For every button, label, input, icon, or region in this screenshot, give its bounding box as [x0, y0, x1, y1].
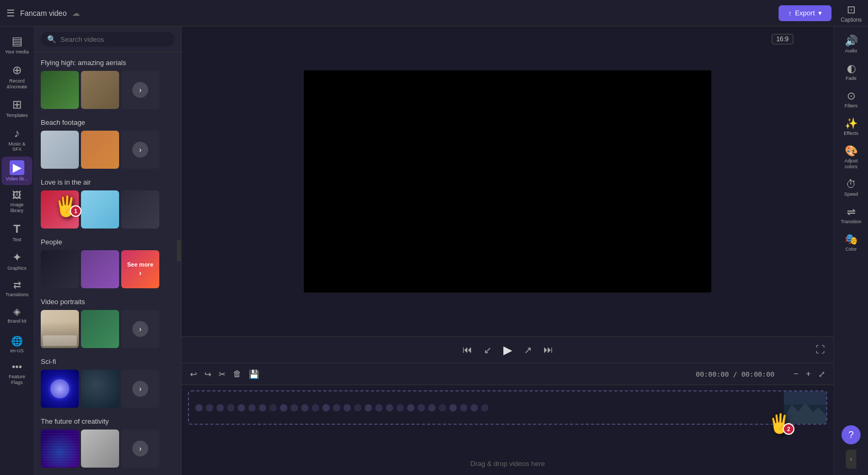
sidebar-item-brand-kit[interactable]: ◈ Brand kit — [2, 302, 32, 327]
see-more-arrow-icon: › — [139, 269, 142, 277]
image-lib-icon: 🖼 — [12, 190, 22, 201]
redo-button[interactable]: ↪ — [202, 367, 213, 381]
timeline-time: 00:00:00 / 00:00:00 — [696, 370, 775, 378]
timeline-clip-thumbnail[interactable] — [784, 391, 826, 424]
thumb-portrait1[interactable] — [41, 310, 79, 348]
thumb-future1[interactable] — [41, 430, 79, 468]
locale-icon: 🌐 — [11, 335, 23, 347]
frame-back-button[interactable]: ↙ — [484, 344, 492, 356]
music-icon: ♪ — [14, 126, 20, 140]
sidebar-item-templates[interactable]: ⊞ Templates — [2, 94, 32, 122]
left-sidebar: ▤ Your media ⊕ Record &\ncreate ⊞ Templa… — [0, 26, 34, 475]
rs-item-audio[interactable]: 🔊 Audio — [836, 31, 866, 57]
rs-item-transition[interactable]: ⇌ Transition — [836, 202, 866, 228]
record-create-icon: ⊕ — [12, 63, 22, 77]
panel-collapse-button[interactable]: ‹ — [177, 240, 182, 261]
thumb-love1[interactable] — [41, 190, 79, 229]
sidebar-item-record-create[interactable]: ⊕ Record &\ncreate — [2, 60, 32, 94]
rs-item-effects[interactable]: ✨ Effects — [836, 113, 866, 140]
sidebar-item-image-lib[interactable]: 🖼 Imagelibrary — [2, 186, 32, 217]
thumb-love3[interactable] — [121, 190, 159, 229]
filters-icon: ⊙ — [847, 89, 856, 102]
effects-icon: ✨ — [845, 117, 858, 130]
section-love: Love is in the air — [34, 176, 181, 229]
timeline: Drag & drop videos here 🖐 2 — [182, 385, 834, 475]
sidebar-item-feature-flags[interactable]: ••• FeatureFlags — [2, 358, 32, 389]
skip-to-start-button[interactable]: ⏮ — [463, 344, 472, 355]
thumb-next-scifi[interactable]: › — [121, 370, 159, 408]
section-flying-high: Flying high: amazing aerials › — [34, 57, 181, 109]
thumb-scifi1[interactable] — [41, 370, 79, 408]
delete-button[interactable]: 🗑 — [231, 367, 243, 381]
thumb-beach1[interactable] — [41, 131, 79, 169]
preview-area: 16:9 — [182, 26, 834, 336]
rs-item-fade[interactable]: ◐ Fade — [836, 58, 866, 85]
section-people: People See more › — [34, 236, 181, 288]
thumb-next-future[interactable]: › — [121, 430, 159, 468]
zoom-in-button[interactable]: + — [804, 367, 813, 381]
right-sidebar: 🔊 Audio ◐ Fade ⊙ Filters ✨ Effects 🎨 Adj… — [834, 26, 868, 475]
graphics-icon: ✦ — [12, 251, 22, 264]
export-button[interactable]: ↑ Export ▾ — [779, 5, 831, 21]
thumb-next-portraits[interactable]: › — [121, 310, 159, 348]
zoom-out-button[interactable]: − — [791, 367, 800, 381]
color-icon: 🎭 — [845, 233, 858, 245]
undo-button[interactable]: ↩ — [188, 367, 199, 381]
rs-item-color[interactable]: 🎭 Color — [836, 229, 866, 255]
templates-icon: ⊞ — [12, 98, 22, 112]
sidebar-item-graphics[interactable]: ✦ Graphics — [2, 247, 32, 275]
search-box[interactable]: 🔍 — [41, 32, 175, 47]
help-button[interactable]: ? — [842, 425, 861, 444]
speed-icon: ⏱ — [846, 178, 856, 190]
hamburger-icon[interactable]: ☰ — [6, 7, 15, 19]
thumb-love2[interactable] — [81, 190, 119, 229]
aspect-ratio-badge[interactable]: 16:9 — [772, 34, 793, 44]
section-future: The future of creativity › — [34, 415, 181, 468]
see-more-button[interactable]: See more › — [121, 250, 159, 288]
thumb-next-aerial[interactable]: › — [121, 71, 159, 109]
library-content: Flying high: amazing aerials › Beach foo… — [34, 52, 181, 475]
fade-icon: ◐ — [847, 62, 856, 75]
fullscreen-button[interactable]: ⛶ — [816, 344, 825, 355]
rs-item-speed[interactable]: ⏱ Speed — [836, 175, 866, 200]
sidebar-item-your-media[interactable]: ▤ Your media — [2, 31, 32, 59]
sidebar-item-locale[interactable]: 🌐 en-US — [2, 332, 32, 357]
drag-drop-text: Drag & drop videos here — [182, 460, 834, 468]
captions-button[interactable]: ⊡ Captions — [841, 3, 862, 23]
skip-to-end-button[interactable]: ⏭ — [544, 344, 553, 355]
thumb-future2[interactable] — [81, 430, 119, 468]
section-title-beach: Beach footage — [34, 116, 181, 131]
preview-canvas — [304, 70, 711, 293]
thumb-next-beach[interactable]: › — [121, 131, 159, 169]
transitions-icon: ⇄ — [13, 279, 21, 291]
sidebar-item-text[interactable]: T Text — [2, 218, 32, 246]
sidebar-item-video-lib[interactable]: ▶ Video lib... — [2, 157, 32, 185]
thumb-scifi2[interactable] — [81, 370, 119, 408]
play-pause-button[interactable]: ▶ — [503, 343, 512, 357]
section-beach: Beach footage › — [34, 116, 181, 169]
your-media-icon: ▤ — [12, 34, 23, 48]
cut-button[interactable]: ✂ — [216, 367, 228, 381]
thumb-beach2[interactable] — [81, 131, 119, 169]
thumb-aerial1[interactable] — [41, 71, 79, 109]
search-icon: 🔍 — [47, 35, 56, 43]
thumb-aerial2[interactable] — [81, 71, 119, 109]
section-title-future: The future of creativity — [34, 415, 181, 430]
frame-forward-button[interactable]: ↗ — [524, 344, 532, 356]
thumb-people1[interactable] — [41, 250, 79, 288]
cloud-icon: ☁ — [72, 8, 80, 18]
search-input[interactable] — [60, 35, 168, 43]
thumb-people2[interactable] — [81, 250, 119, 288]
sidebar-item-music[interactable]: ♪ Music & SFX — [2, 123, 32, 156]
rs-item-adjust-colors[interactable]: 🎨 Adjustcolors — [836, 141, 866, 173]
export-chevron-icon: ▾ — [818, 9, 822, 17]
export-icon: ↑ — [788, 9, 792, 17]
sidebar-item-transitions[interactable]: ⇄ Transitions — [2, 276, 32, 301]
rs-collapse-button[interactable]: › — [846, 450, 856, 469]
rs-item-filters[interactable]: ⊙ Filters — [836, 86, 866, 112]
section-title-love: Love is in the air — [34, 176, 181, 190]
expand-button[interactable]: ⤢ — [816, 367, 827, 381]
save-button[interactable]: 💾 — [247, 367, 261, 381]
thumb-portrait2[interactable] — [81, 310, 119, 348]
section-title: Flying high: amazing aerials — [34, 57, 181, 71]
